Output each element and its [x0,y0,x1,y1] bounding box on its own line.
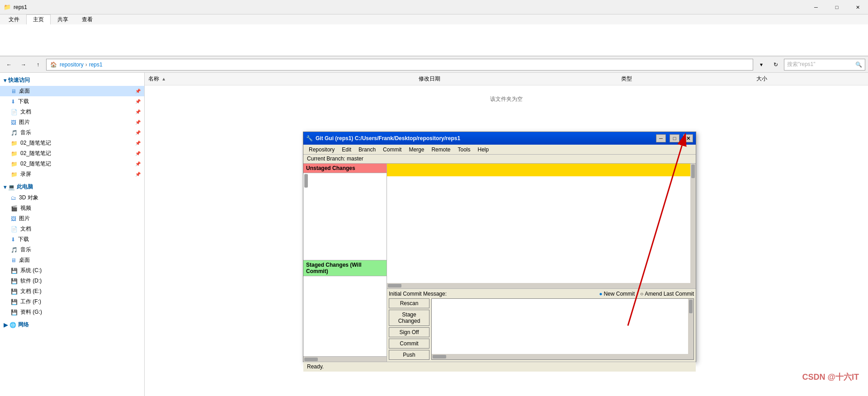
search-icon[interactable]: 🔍 [855,61,862,68]
git-minimize-button[interactable]: ─ [656,134,666,142]
sidebar-item-e-drive[interactable]: 💾 文档 (E:) [0,286,144,297]
network-chevron: ▶ [4,322,8,328]
sidebar-this-pc-header[interactable]: ▾ 💻 此电脑 [0,181,144,193]
git-title-text: Git Gui (reps1) C:/Users/Frank/Desktop/r… [316,135,652,141]
git-maximize-button[interactable]: □ [670,134,679,142]
sidebar-item-music[interactable]: 🎵 音乐 📌 [0,127,144,138]
path-segment-repo[interactable]: repository [60,61,84,68]
commit-button[interactable]: Commit [389,339,429,349]
sidebar-item-desktop[interactable]: 🖥 桌面 📌 [0,86,144,96]
sidebar-item-notes2[interactable]: 📁 02_随笔笔记 📌 [0,148,144,159]
git-message-area[interactable] [431,298,694,360]
git-diff-hscroll[interactable] [387,283,690,288]
git-statusbar: Ready. [303,362,696,372]
maximize-button[interactable]: □ [826,0,847,14]
git-menu-remote[interactable]: Remote [428,146,454,154]
radio-new-label: New Commit [604,291,635,297]
sidebar-item-notes3[interactable]: 📁 02_随笔笔记 📌 [0,159,144,169]
tab-share[interactable]: 共享 [51,14,75,24]
sidebar-item-image2[interactable]: 🖼 图片 [0,213,144,224]
sidebar-item-c-drive[interactable]: 💾 系统 (C:) [0,265,144,276]
git-menu-help[interactable]: Help [474,146,492,154]
git-menu-repository[interactable]: Repository [305,146,338,154]
col-header-name[interactable]: 名称 ▲ [148,75,419,83]
sidebar-quick-access-header[interactable]: ▾ 快速访问 [0,75,144,86]
sidebar-item-video[interactable]: 🎬 视频 [0,203,144,213]
ribbon-tabs: 文件 主页 共享 查看 [0,14,868,24]
sidebar-item-g-drive[interactable]: 💾 资料 (G:) [0,307,144,317]
msg-vscroll-thumb[interactable] [689,300,693,313]
git-commit-label-row: Initial Commit Message: ● New Commit ○ A… [389,291,694,297]
diff-hscroll-thumb[interactable] [388,284,401,288]
folder-icon-4: 📁 [11,171,18,178]
address-path[interactable]: 🏠 repository › reps1 [46,59,753,71]
push-button[interactable]: Push [389,350,429,360]
git-diff-highlight [387,164,696,176]
path-segment-reps1[interactable]: reps1 [89,61,103,68]
git-staged-header: Staged Changes (Will Commit) [303,260,387,276]
sidebar-item-doc2[interactable]: 📄 文档 [0,224,144,234]
sidebar-f-drive-label: 工作 (F:) [20,298,41,306]
col-header-size[interactable]: 大小 [756,75,864,83]
git-radio-amend[interactable]: ○ Amend Last Commit [640,291,694,297]
diff-vscroll-thumb[interactable] [691,165,695,178]
tab-home[interactable]: 主页 [26,14,51,24]
git-menu-merge[interactable]: Merge [405,146,428,154]
tab-file[interactable]: 文件 [2,14,26,24]
radio-amend-label: Amend Last Commit [645,291,694,297]
sidebar-image-label: 图片 [19,118,30,126]
git-msg-hscroll[interactable] [432,354,688,359]
col-header-type[interactable]: 类型 [621,75,756,83]
radio-amend-icon: ○ [640,291,643,297]
sidebar-item-screen-record[interactable]: 📁 录屏 📌 [0,169,144,179]
sidebar-item-image[interactable]: 🖼 图片 📌 [0,117,144,127]
msg-hscroll-thumb[interactable] [433,355,446,358]
git-unstaged-area: Unstaged Changes [303,164,387,260]
git-close-button[interactable]: ✕ [683,134,693,142]
git-left-hscroll[interactable] [303,356,387,362]
sidebar-network-header[interactable]: ▶ 🌐 网络 [0,319,144,330]
git-staged-list [303,276,387,357]
col-header-date[interactable]: 修改日期 [419,75,621,83]
search-box[interactable]: 搜索"reps1" 🔍 [784,59,865,71]
desktop-icon: 🖥 [11,88,16,94]
pin-icon-2: 📌 [135,99,141,104]
sidebar-item-download2[interactable]: ⬇ 下载 [0,234,144,245]
unstaged-scrollbar-thumb[interactable] [304,174,308,188]
git-radio-new-commit[interactable]: ● New Commit [599,291,635,297]
sidebar-item-download[interactable]: ⬇ 下载 📌 [0,96,144,107]
sidebar-item-music2[interactable]: 🎵 音乐 [0,245,144,255]
nav-up-button[interactable]: ↑ [32,59,44,71]
sidebar-item-notes1[interactable]: 📁 02_随笔笔记 📌 [0,138,144,148]
minimize-button[interactable]: ─ [806,0,826,14]
git-menu-branch[interactable]: Branch [355,146,379,154]
nav-forward-button[interactable]: → [17,59,30,71]
rescan-button[interactable]: Rescan [389,298,429,308]
sign-off-button[interactable]: Sign Off [389,327,429,337]
this-pc-icon: 💻 [8,184,15,190]
sidebar-item-desktop2[interactable]: 🖥 桌面 [0,255,144,265]
sidebar-item-3d[interactable]: 🗂 3D 对象 [0,193,144,203]
stage-changed-button[interactable]: Stage Changed [389,310,429,326]
git-titlebar: 🔧 Git Gui (reps1) C:/Users/Frank/Desktop… [303,132,696,145]
git-menubar: Repository Edit Branch Commit Merge Remo… [303,145,696,155]
git-unstaged-header: Unstaged Changes [303,164,387,173]
image2-icon: 🖼 [11,216,16,222]
tab-view[interactable]: 查看 [75,14,99,24]
sidebar-desktop2-label: 桌面 [19,256,30,264]
dropdown-button[interactable]: ▾ [755,59,768,71]
csdn-watermark: CSDN @十六IT [802,372,859,382]
close-button[interactable]: ✕ [847,0,868,14]
sidebar-item-d-drive[interactable]: 💾 软件 (D:) [0,276,144,286]
git-diff-vscroll[interactable] [690,164,696,288]
nav-back-button[interactable]: ← [3,59,15,71]
sidebar-d-drive-label: 软件 (D:) [20,277,42,285]
git-menu-tools[interactable]: Tools [454,146,474,154]
git-menu-commit[interactable]: Commit [379,146,405,154]
sidebar-item-doc[interactable]: 📄 文档 📌 [0,107,144,117]
sidebar-item-f-drive[interactable]: 💾 工作 (F:) [0,297,144,307]
left-hscroll-thumb[interactable] [304,358,318,361]
refresh-button[interactable]: ↻ [769,59,782,71]
git-msg-vscroll[interactable] [688,299,693,359]
git-menu-edit[interactable]: Edit [338,146,355,154]
